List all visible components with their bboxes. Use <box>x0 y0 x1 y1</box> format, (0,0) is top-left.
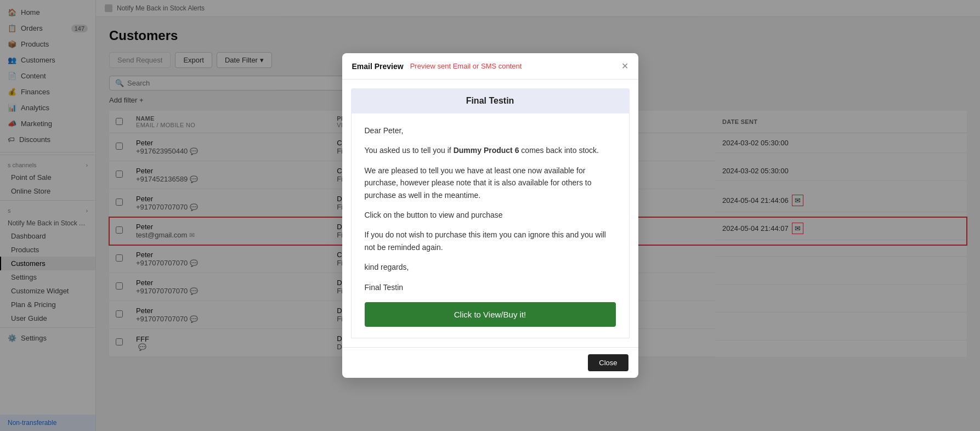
email-subject: Final Testin <box>359 96 622 106</box>
email-preview-container: Final Testin Dear Peter, You asked us to… <box>342 80 638 347</box>
modal-subtitle: Preview sent Email or SMS content <box>410 62 522 70</box>
email-sign2: Final Testin <box>365 281 616 293</box>
modal-title: Email Preview <box>352 62 404 71</box>
email-sign1: kind regards, <box>365 261 616 273</box>
email-preview-modal: Email Preview Preview sent Email or SMS … <box>342 53 638 378</box>
modal-close-x-button[interactable]: ✕ <box>621 61 628 71</box>
email-para2: We are pleased to tell you we have at le… <box>365 165 616 201</box>
modal-close-button[interactable]: Close <box>588 354 628 371</box>
email-preview-body: Dear Peter, You asked us to tell you if … <box>351 114 630 338</box>
email-para1: You asked us to tell you if Dummy Produc… <box>365 144 616 156</box>
email-greeting: Dear Peter, <box>365 124 616 137</box>
email-para4: If you do not wish to purchase this item… <box>365 229 616 253</box>
email-preview-header: Final Testin <box>351 88 630 114</box>
email-cta-button[interactable]: Click to View/Buy it! <box>365 302 616 327</box>
modal-header: Email Preview Preview sent Email or SMS … <box>342 53 638 80</box>
modal-footer: Close <box>342 347 638 378</box>
email-para3: Click on the button to view and purchase <box>365 209 616 221</box>
modal-body: Final Testin Dear Peter, You asked us to… <box>342 80 638 347</box>
modal-overlay[interactable]: Email Preview Preview sent Email or SMS … <box>0 0 980 431</box>
